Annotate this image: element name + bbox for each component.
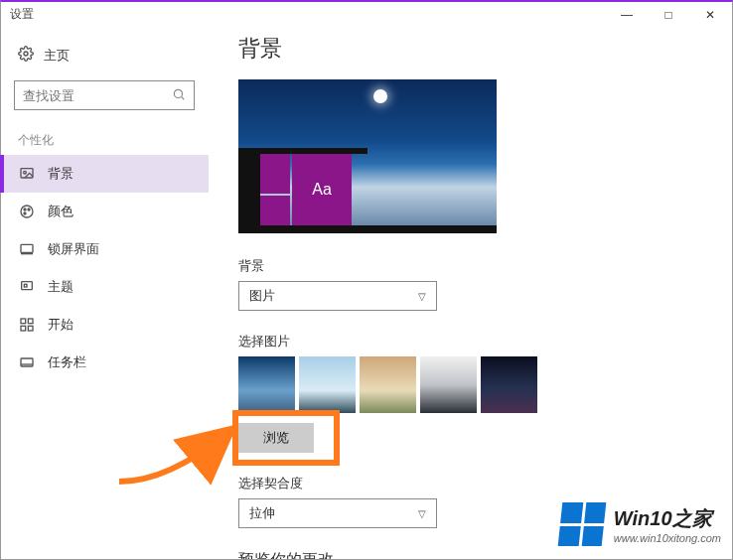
category-label: 个性化	[0, 128, 209, 155]
home-label: 主页	[44, 47, 70, 65]
choose-picture-label: 选择图片	[238, 333, 709, 350]
page-heading: 背景	[238, 34, 709, 64]
close-button[interactable]: ✕	[689, 2, 731, 28]
sidebar-item-label: 任务栏	[48, 353, 86, 371]
svg-rect-13	[21, 319, 26, 324]
sidebar-item-label: 锁屏界面	[48, 240, 99, 258]
sidebar-item-themes[interactable]: 主题	[0, 268, 209, 306]
sidebar-item-label: 开始	[48, 316, 73, 334]
picture-thumb[interactable]	[360, 356, 416, 413]
search-box[interactable]	[14, 80, 195, 110]
watermark: Win10之家 www.win10xitong.com	[560, 502, 721, 546]
sidebar-item-colors[interactable]: 颜色	[0, 193, 209, 230]
picture-thumbnails	[238, 356, 709, 413]
svg-rect-17	[21, 358, 33, 366]
picture-thumb[interactable]	[420, 356, 477, 413]
sidebar-item-label: 颜色	[48, 203, 73, 220]
sidebar-item-taskbar[interactable]: 任务栏	[0, 344, 209, 381]
taskbar-icon	[18, 353, 36, 371]
window-title: 设置	[10, 6, 34, 23]
svg-rect-9	[21, 244, 33, 252]
watermark-title: Win10之家	[614, 505, 721, 532]
svg-line-2	[182, 96, 185, 99]
preview-sample-text: Aa	[292, 154, 352, 225]
dropdown-value: 拉伸	[249, 504, 275, 522]
chevron-down-icon: ▽	[418, 291, 426, 302]
fit-dropdown[interactable]: 拉伸 ▽	[238, 498, 437, 528]
sidebar-item-start[interactable]: 开始	[0, 306, 209, 344]
sidebar-item-lockscreen[interactable]: 锁屏界面	[0, 230, 209, 268]
desktop-preview: Aa	[238, 79, 497, 233]
svg-point-7	[28, 209, 30, 210]
dropdown-value: 图片	[249, 287, 275, 305]
svg-rect-16	[28, 326, 33, 331]
svg-point-8	[24, 212, 26, 214]
picture-icon	[18, 165, 36, 183]
windows-logo-icon	[557, 502, 606, 546]
browse-button[interactable]: 浏览	[238, 423, 314, 453]
brush-icon	[18, 278, 36, 296]
svg-point-6	[24, 209, 26, 210]
maximize-button[interactable]: □	[648, 2, 689, 28]
search-icon	[172, 87, 186, 104]
picture-thumb[interactable]	[481, 356, 537, 413]
sidebar-item-label: 背景	[48, 165, 73, 183]
search-input[interactable]	[23, 88, 162, 103]
sidebar-item-background[interactable]: 背景	[0, 155, 209, 193]
svg-point-0	[24, 52, 28, 56]
svg-point-4	[24, 171, 27, 174]
sidebar: 主页 个性化 背景 颜色 锁屏界面 主题 开始	[0, 28, 209, 560]
svg-rect-15	[21, 326, 26, 331]
lock-icon	[18, 240, 36, 258]
picture-thumb[interactable]	[238, 356, 295, 413]
svg-rect-12	[24, 284, 27, 287]
watermark-url: www.win10xitong.com	[614, 532, 721, 544]
sidebar-item-label: 主题	[48, 278, 73, 296]
fit-label: 选择契合度	[238, 475, 709, 492]
svg-rect-14	[28, 319, 33, 324]
svg-point-5	[21, 206, 33, 217]
window-controls: — □ ✕	[606, 2, 731, 28]
home-link[interactable]: 主页	[0, 40, 209, 70]
minimize-button[interactable]: —	[606, 2, 648, 28]
chevron-down-icon: ▽	[418, 508, 426, 519]
palette-icon	[18, 203, 36, 220]
picture-thumb[interactable]	[299, 356, 356, 413]
main-panel: 背景 Aa 背景 图片 ▽ 选择图片 浏览 选择契合度 拉伸 ▽	[209, 28, 733, 560]
preview-changes-heading: 预览你的更改	[238, 550, 709, 560]
background-label: 背景	[238, 257, 709, 275]
background-dropdown[interactable]: 图片 ▽	[238, 281, 437, 311]
svg-point-1	[174, 89, 182, 97]
gear-icon	[18, 46, 34, 65]
start-icon	[18, 316, 36, 334]
